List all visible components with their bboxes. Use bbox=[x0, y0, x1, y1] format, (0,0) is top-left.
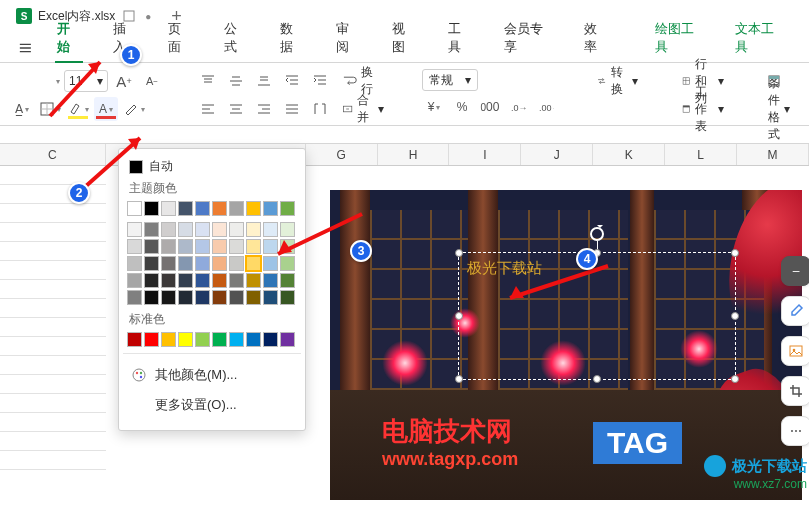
handle-ne[interactable] bbox=[731, 249, 739, 257]
color-swatch[interactable] bbox=[229, 201, 244, 216]
color-swatch[interactable] bbox=[212, 256, 227, 271]
increase-font-button[interactable]: A+ bbox=[112, 69, 136, 93]
color-swatch[interactable] bbox=[212, 239, 227, 254]
color-swatch[interactable] bbox=[195, 239, 210, 254]
color-swatch[interactable] bbox=[161, 222, 176, 237]
color-swatch[interactable] bbox=[263, 332, 278, 347]
tab-data[interactable]: 数据 bbox=[272, 14, 312, 62]
tab-text-tools[interactable]: 文本工具 bbox=[727, 14, 791, 62]
color-swatch[interactable] bbox=[144, 256, 159, 271]
color-swatch[interactable] bbox=[178, 239, 193, 254]
color-swatch[interactable] bbox=[127, 201, 142, 216]
fab-minus[interactable]: – bbox=[781, 256, 809, 286]
color-swatch[interactable] bbox=[161, 332, 176, 347]
merge-cells-button[interactable]: 合并▾ bbox=[336, 97, 390, 121]
handle-s[interactable] bbox=[593, 375, 601, 383]
tab-view[interactable]: 视图 bbox=[384, 14, 424, 62]
color-swatch[interactable] bbox=[212, 290, 227, 305]
color-swatch[interactable] bbox=[127, 273, 142, 288]
tab-page[interactable]: 页面 bbox=[160, 14, 200, 62]
color-swatch[interactable] bbox=[263, 273, 278, 288]
color-swatch[interactable] bbox=[246, 332, 261, 347]
color-swatch[interactable] bbox=[144, 222, 159, 237]
dec-inc-button[interactable]: .0→.00 bbox=[506, 95, 530, 119]
color-swatch[interactable] bbox=[212, 273, 227, 288]
handle-sw[interactable] bbox=[455, 375, 463, 383]
fab-image[interactable] bbox=[781, 336, 809, 366]
color-swatch[interactable] bbox=[161, 290, 176, 305]
indent-decrease-button[interactable] bbox=[280, 69, 304, 93]
col-l[interactable]: L bbox=[665, 144, 737, 165]
color-swatch[interactable] bbox=[229, 222, 244, 237]
tab-formula[interactable]: 公式 bbox=[216, 14, 256, 62]
filter-button[interactable] bbox=[762, 69, 786, 93]
color-swatch[interactable] bbox=[161, 256, 176, 271]
fab-eyedropper[interactable] bbox=[781, 296, 809, 326]
color-swatch[interactable] bbox=[246, 290, 261, 305]
tab-efficiency[interactable]: 效率 bbox=[576, 14, 616, 62]
color-swatch[interactable] bbox=[280, 290, 295, 305]
col-k[interactable]: K bbox=[593, 144, 665, 165]
color-swatch[interactable] bbox=[195, 332, 210, 347]
col-i[interactable]: I bbox=[449, 144, 521, 165]
color-swatch[interactable] bbox=[144, 273, 159, 288]
inserted-image[interactable]: 极光下载站 电脑技术网 www.tagxp.com TAG bbox=[330, 190, 802, 500]
color-swatch[interactable] bbox=[263, 290, 278, 305]
color-swatch[interactable] bbox=[229, 332, 244, 347]
color-swatch[interactable] bbox=[161, 201, 176, 216]
convert-button[interactable]: 转换▾ bbox=[590, 69, 644, 93]
align-right-button[interactable] bbox=[252, 97, 276, 121]
color-swatch[interactable] bbox=[178, 256, 193, 271]
fab-more[interactable]: ⋯ bbox=[781, 416, 809, 446]
more-settings[interactable]: 更多设置(O)... bbox=[127, 390, 297, 420]
color-swatch[interactable] bbox=[229, 239, 244, 254]
align-justify-button[interactable] bbox=[280, 97, 304, 121]
color-swatch[interactable] bbox=[144, 201, 159, 216]
align-bottom-button[interactable] bbox=[252, 69, 276, 93]
align-left-button[interactable] bbox=[196, 97, 220, 121]
worksheet-button[interactable]: 工作表▾ bbox=[676, 97, 730, 121]
color-swatch[interactable] bbox=[280, 332, 295, 347]
align-top-button[interactable] bbox=[196, 69, 220, 93]
color-swatch[interactable] bbox=[195, 273, 210, 288]
color-swatch[interactable] bbox=[246, 239, 261, 254]
percent-button[interactable]: % bbox=[450, 95, 474, 119]
align-center-button[interactable] bbox=[224, 97, 248, 121]
wrap-text-button[interactable]: 换行 bbox=[336, 69, 390, 93]
tab-close-icon[interactable]: ● bbox=[145, 11, 151, 22]
rotate-handle[interactable] bbox=[590, 227, 604, 241]
font-effects-button[interactable]: A̲▾ bbox=[10, 97, 34, 121]
color-swatch[interactable] bbox=[178, 222, 193, 237]
color-swatch[interactable] bbox=[246, 201, 261, 216]
color-swatch[interactable] bbox=[246, 273, 261, 288]
color-swatch[interactable] bbox=[127, 332, 142, 347]
color-swatch[interactable] bbox=[127, 256, 142, 271]
color-swatch[interactable] bbox=[212, 222, 227, 237]
color-swatch[interactable] bbox=[229, 290, 244, 305]
tab-review[interactable]: 审阅 bbox=[328, 14, 368, 62]
decrease-font-button[interactable]: A− bbox=[140, 69, 164, 93]
col-j[interactable]: J bbox=[521, 144, 593, 165]
color-swatch[interactable] bbox=[161, 273, 176, 288]
color-swatch[interactable] bbox=[127, 222, 142, 237]
more-colors[interactable]: 其他颜色(M)... bbox=[127, 360, 297, 390]
col-g[interactable]: G bbox=[306, 144, 378, 165]
comma-button[interactable]: 000 bbox=[478, 95, 502, 119]
tab-member[interactable]: 会员专享 bbox=[496, 14, 560, 62]
color-swatch[interactable] bbox=[229, 273, 244, 288]
color-swatch[interactable] bbox=[178, 273, 193, 288]
dec-dec-button[interactable]: .00→.0 bbox=[534, 95, 558, 119]
color-swatch[interactable] bbox=[144, 239, 159, 254]
handle-se[interactable] bbox=[731, 375, 739, 383]
handle-w[interactable] bbox=[455, 312, 463, 320]
fab-crop[interactable] bbox=[781, 376, 809, 406]
tab-tools[interactable]: 工具 bbox=[440, 14, 480, 62]
color-swatch[interactable] bbox=[127, 239, 142, 254]
orientation-button[interactable] bbox=[308, 97, 332, 121]
color-swatch[interactable] bbox=[195, 290, 210, 305]
color-swatch[interactable] bbox=[144, 332, 159, 347]
color-swatch[interactable] bbox=[178, 332, 193, 347]
clear-format-button[interactable]: ▾ bbox=[122, 97, 146, 121]
handle-nw[interactable] bbox=[455, 249, 463, 257]
col-h[interactable]: H bbox=[378, 144, 450, 165]
